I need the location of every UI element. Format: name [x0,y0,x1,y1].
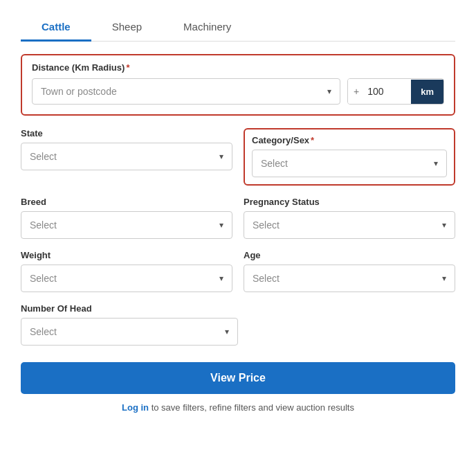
number-of-head-col: Number Of Head Select ▾ [21,303,238,346]
login-note: Log in to save filters, refine filters a… [21,402,455,413]
km-value-input[interactable] [365,79,411,104]
pregnancy-label: Pregnancy Status [244,197,455,207]
login-link[interactable]: Log in [122,402,149,413]
view-price-button[interactable]: View Price [21,362,455,394]
required-star-category: * [311,135,314,145]
chevron-down-icon: ▾ [219,152,223,161]
pregnancy-placeholder: Select [253,219,280,231]
login-note-text: to save filters, refine filters and view… [149,402,354,413]
km-input-wrap: + km [347,78,444,105]
number-of-head-label: Number Of Head [21,303,238,314]
age-label: Age [244,250,455,260]
pregnancy-select[interactable]: Select ▾ [244,211,455,239]
chevron-down-icon: ▾ [327,87,331,96]
age-select[interactable]: Select ▾ [244,265,455,292]
number-of-head-placeholder: Select [30,326,57,337]
age-placeholder: Select [253,273,280,284]
km-button[interactable]: km [411,80,443,104]
weight-label: Weight [21,250,232,260]
chevron-down-icon: ▾ [219,274,223,283]
town-placeholder: Town or postcode [41,86,117,97]
town-postcode-select[interactable]: Town or postcode ▾ [32,78,340,105]
category-sex-border-wrap: Category/Sex* Select ▾ [244,128,455,186]
age-col: Age Select ▾ [244,250,455,292]
weight-placeholder: Select [30,273,57,284]
distance-label: Distance (Km Radius)* [32,62,444,73]
breed-select[interactable]: Select ▾ [21,211,232,239]
distance-inputs: Town or postcode ▾ + km [32,78,444,105]
chevron-down-icon: ▾ [219,220,223,230]
state-col: State Select ▾ [21,128,232,186]
state-placeholder: Select [30,151,57,162]
chevron-down-icon: ▾ [434,159,438,168]
weight-select[interactable]: Select ▾ [21,265,232,292]
category-sex-select[interactable]: Select ▾ [252,150,447,177]
breed-placeholder: Select [30,219,57,231]
tab-machinery[interactable]: Machinery [163,14,252,42]
state-select[interactable]: Select ▾ [21,143,232,170]
chevron-down-icon: ▾ [225,327,229,337]
row-state-category: State Select ▾ Category/Sex* Select ▾ [21,128,455,186]
km-plus-sign: + [348,79,365,104]
row-breed-pregnancy: Breed Select ▾ Pregnancy Status Select ▾ [21,197,455,239]
pregnancy-col: Pregnancy Status Select ▾ [244,197,455,239]
breed-col: Breed Select ▾ [21,197,232,239]
category-sex-label: Category/Sex* [252,135,447,145]
chevron-down-icon: ▾ [442,274,446,283]
tab-cattle[interactable]: Cattle [21,14,91,42]
main-container: Cattle Sheep Machinery Distance (Km Radi… [7,7,469,427]
category-sex-placeholder: Select [261,158,288,169]
weight-col: Weight Select ▾ [21,250,232,292]
tab-bar: Cattle Sheep Machinery [21,14,455,42]
distance-block: Distance (Km Radius)* Town or postcode ▾… [21,54,455,116]
breed-label: Breed [21,197,232,207]
state-label: State [21,128,232,138]
category-sex-col: Category/Sex* Select ▾ [244,128,455,186]
tab-sheep[interactable]: Sheep [91,14,163,42]
row-number-of-head: Number Of Head Select ▾ [21,303,455,346]
required-star: * [126,62,129,73]
row-weight-age: Weight Select ▾ Age Select ▾ [21,250,455,292]
chevron-down-icon: ▾ [442,220,446,230]
number-of-head-select[interactable]: Select ▾ [21,318,238,346]
